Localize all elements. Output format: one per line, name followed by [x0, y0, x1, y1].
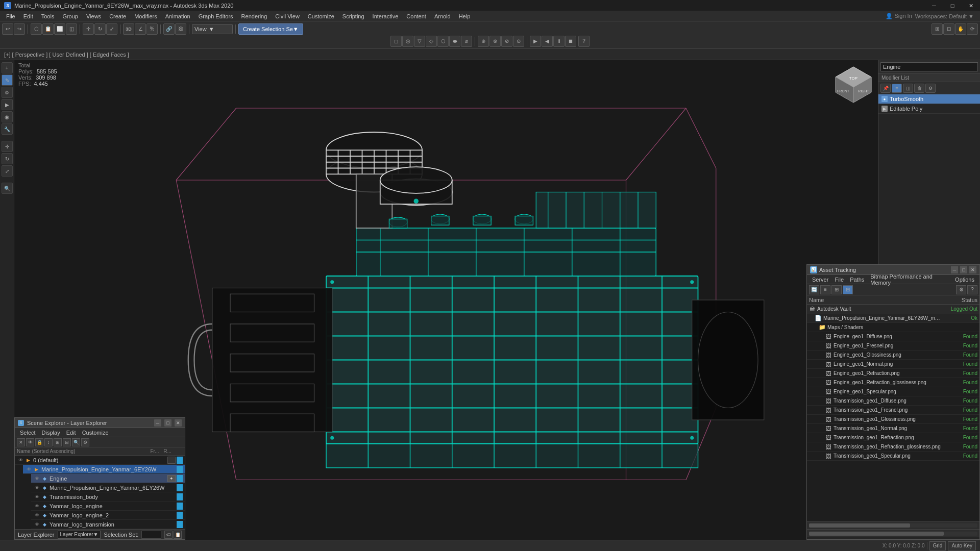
- at-list-view-btn[interactable]: ≡: [820, 285, 830, 294]
- menu-rendering[interactable]: Rendering: [237, 11, 272, 21]
- se-icon-btn-1[interactable]: 🏷: [164, 531, 173, 539]
- status-time-btn[interactable]: Auto Key: [948, 541, 976, 550]
- select-object-button[interactable]: ⬡: [31, 23, 42, 35]
- pin-stack-btn[interactable]: 📌: [880, 84, 891, 93]
- at-item-tex-11[interactable]: 🖼 Transmission_geo1_Refraction.png Found: [807, 433, 979, 442]
- config-modifier-btn[interactable]: ⚙: [925, 84, 936, 93]
- zoom-btn[interactable]: 🔍: [2, 183, 13, 194]
- help-btn[interactable]: ?: [578, 36, 590, 47]
- se-show-all-btn[interactable]: 👁: [26, 438, 34, 446]
- se-options-btn[interactable]: ⚙: [81, 438, 89, 446]
- render-btn-3[interactable]: ⊘: [501, 36, 512, 47]
- se-search-btn[interactable]: 🔍: [72, 438, 80, 446]
- select-by-name-button[interactable]: 📋: [42, 23, 54, 35]
- at-item-tex-12[interactable]: 🖼 Transmission_geo1_Refraction_glossines…: [807, 442, 979, 452]
- shape-button-4[interactable]: ◇: [426, 36, 437, 47]
- at-close-btn[interactable]: ✕: [969, 266, 976, 273]
- menu-views[interactable]: Views: [82, 11, 105, 21]
- tool-btn-4[interactable]: ⏹: [565, 36, 576, 47]
- menu-animation[interactable]: Animation: [161, 11, 194, 21]
- menu-modifiers[interactable]: Modifiers: [130, 11, 161, 21]
- at-menu-bitmap[interactable]: Bitmap Performance and Memory: [867, 275, 952, 284]
- se-close-btn[interactable]: ✕: [175, 419, 182, 427]
- at-item-tex-2[interactable]: 🖼 Engine_geo1_Glossiness.png Found: [807, 350, 979, 360]
- render-btn-1[interactable]: ⊕: [478, 36, 489, 47]
- tool-btn-1[interactable]: ▶: [530, 36, 541, 47]
- se-item-transmission[interactable]: 👁 ◆ Transmission_body: [31, 492, 185, 502]
- view-dropdown[interactable]: View ▼: [192, 24, 233, 34]
- at-menu-options[interactable]: Options: [952, 275, 977, 284]
- select-window-crossing-button[interactable]: ◫: [66, 23, 77, 35]
- se-item-marine-sub[interactable]: 👁 ◆ Marine_Propulsion_Engine_Yanmar_6EY2…: [31, 483, 185, 492]
- object-search-input[interactable]: [880, 62, 978, 71]
- at-item-tex-5[interactable]: 🖼 Engine_geo1_Refraction_glossiness.png …: [807, 378, 979, 387]
- se-item-yanmar-logo[interactable]: 👁 ◆ Yanmar_logo_engine: [31, 502, 185, 511]
- se-col2-marine[interactable]: [177, 466, 183, 473]
- menu-create[interactable]: Create: [105, 11, 130, 21]
- select-rotate-btn[interactable]: ↻: [2, 153, 13, 164]
- modifier-turbosmooth[interactable]: ● TurboSmooth: [878, 94, 980, 104]
- at-item-tex-9[interactable]: 🖼 Transmission_geo1_Glossiness.png Found: [807, 415, 979, 424]
- minimize-button[interactable]: ─: [925, 0, 943, 11]
- shape-button-6[interactable]: ⬬: [449, 36, 460, 47]
- at-detail-view-btn[interactable]: ⊟: [843, 285, 853, 294]
- se-collapse-btn[interactable]: ⊟: [63, 438, 71, 446]
- create-selection-button[interactable]: Create Selection Se ▼: [238, 23, 303, 35]
- se-layer-dropdown[interactable]: Layer Explorer ▼: [58, 531, 101, 539]
- render-btn-4[interactable]: ⊙: [513, 36, 524, 47]
- at-menu-file[interactable]: File: [831, 275, 847, 284]
- at-tree-view-btn[interactable]: ⊞: [831, 285, 842, 294]
- se-freeze-btn[interactable]: 🔒: [35, 438, 43, 446]
- menu-civil-view[interactable]: Civil View: [271, 11, 303, 21]
- se-menu-select[interactable]: Select: [17, 428, 39, 437]
- se-expand-btn[interactable]: ⊞: [54, 438, 62, 446]
- se-col2-yanmar2[interactable]: [177, 512, 183, 519]
- at-item-tex-10[interactable]: 🖼 Transmission_geo1_Normal.png Found: [807, 424, 979, 433]
- snap-angle-button[interactable]: ∠: [135, 23, 146, 35]
- at-item-tex-7[interactable]: 🖼 Transmission_geo1_Diffuse.png Found: [807, 396, 979, 406]
- se-col2-yanmar[interactable]: [177, 503, 183, 510]
- shape-button-5[interactable]: ⬡: [437, 36, 449, 47]
- menu-graph-editors[interactable]: Graph Editors: [194, 11, 237, 21]
- create-panel-btn[interactable]: +: [2, 62, 13, 73]
- orbit-button[interactable]: ⟳: [967, 23, 978, 35]
- at-restore-btn[interactable]: □: [960, 266, 967, 273]
- se-item-engine[interactable]: 👁 ◆ Engine ✦: [31, 474, 185, 483]
- snap-percent-button[interactable]: %: [146, 23, 158, 35]
- menu-customize[interactable]: Customize: [304, 11, 338, 21]
- se-col2-marine-sub[interactable]: [177, 484, 183, 491]
- se-col1-yanmar2[interactable]: [167, 512, 176, 519]
- modifier-editable-poly[interactable]: ▶ Editable Poly: [878, 104, 980, 114]
- at-item-tex-6[interactable]: 🖼 Engine_geo1_Specular.png Found: [807, 387, 979, 396]
- se-col1-0[interactable]: [167, 457, 176, 464]
- menu-tools[interactable]: Tools: [37, 11, 59, 21]
- se-selection-set-field[interactable]: [141, 531, 161, 539]
- at-item-maxfile[interactable]: 📄 Marine_Propulsion_Engine_Yanmar_6EY26W…: [807, 314, 979, 323]
- at-minimize-btn[interactable]: ─: [951, 266, 958, 273]
- menu-file[interactable]: File: [2, 11, 19, 21]
- at-scrollbar[interactable]: [807, 521, 979, 529]
- scale-button[interactable]: ⤢: [106, 23, 117, 35]
- menu-interactive[interactable]: Interactive: [369, 11, 403, 21]
- hierarchy-panel-btn[interactable]: ⚙: [2, 87, 13, 98]
- select-region-button[interactable]: ⬜: [54, 23, 65, 35]
- menu-scripting[interactable]: Scripting: [338, 11, 369, 21]
- se-icon-btn-2[interactable]: 📋: [174, 531, 182, 539]
- redo-button[interactable]: ↪: [14, 23, 25, 35]
- unlink-button[interactable]: ⛓: [175, 23, 186, 35]
- se-col1-engine[interactable]: ✦: [167, 475, 176, 482]
- se-col1-marine-sub[interactable]: [167, 484, 176, 491]
- shape-button-2[interactable]: ◎: [402, 36, 413, 47]
- menu-group[interactable]: Group: [58, 11, 82, 21]
- remove-modifier-btn[interactable]: 🗑: [914, 84, 924, 93]
- se-minimize-btn[interactable]: ─: [154, 419, 161, 427]
- tool-btn-2[interactable]: ◀: [542, 36, 553, 47]
- menu-help[interactable]: Help: [455, 11, 475, 21]
- at-help-btn[interactable]: ?: [967, 285, 977, 294]
- at-item-tex-1[interactable]: 🖼 Engine_geo1_Fresnel.png Found: [807, 341, 979, 350]
- se-item-yanmar-logo2[interactable]: 👁 ◆ Yanmar_logo_engine_2: [31, 511, 185, 520]
- at-menu-server[interactable]: Server: [809, 275, 831, 284]
- display-panel-btn[interactable]: ◉: [2, 111, 13, 122]
- se-col2-trans[interactable]: [177, 493, 183, 500]
- make-unique-btn[interactable]: ◫: [903, 84, 913, 93]
